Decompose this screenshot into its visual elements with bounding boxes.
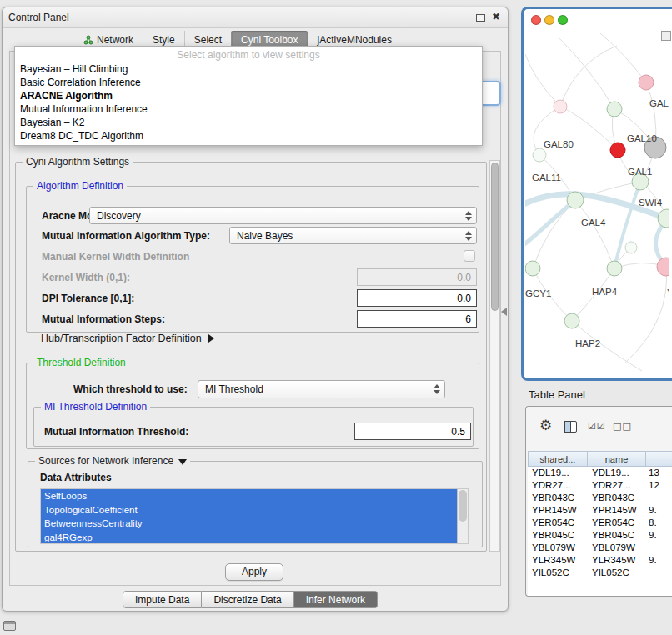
group-title: Cyni Algorithm Settings <box>23 156 133 168</box>
kernel-width-field[interactable]: 0.0 <box>357 268 477 286</box>
node-label: GAL11 <box>532 172 561 182</box>
group-title: MI Threshold Definition <box>41 401 150 412</box>
table-row[interactable]: YLR345WYLR345W9. <box>528 554 672 567</box>
list-item[interactable]: gal4RGexp <box>41 531 457 545</box>
close-icon[interactable]: ✖ <box>492 11 500 22</box>
mi-threshold-definition-group: MI Threshold Definition Mutual Informati… <box>33 407 474 447</box>
network-node-red[interactable] <box>610 142 625 158</box>
tab-discretize-data[interactable]: Discretize Data <box>202 591 293 608</box>
table-row[interactable]: YER054CYER054C8. <box>528 517 672 529</box>
column-header-shared-name[interactable]: shared... <box>528 451 588 467</box>
node-label: GAL <box>649 98 669 108</box>
list-item[interactable]: TopologicalCoefficient <box>41 503 457 518</box>
column-visibility-icon[interactable] <box>564 421 577 432</box>
tab-label: Style <box>153 34 175 46</box>
network-node[interactable] <box>639 75 654 90</box>
node-label: Y <box>667 288 669 298</box>
dpi-tolerance-field[interactable]: 0.0 <box>357 289 477 307</box>
manual-kernel-width-label: Manual Kernel Width Definition <box>42 251 189 262</box>
mi-algorithm-type-value: Naive Bayes <box>237 230 293 242</box>
threshold-definition-group: Threshold Definition Which threshold to … <box>26 362 479 449</box>
column-header-cut[interactable] <box>646 451 672 467</box>
network-node[interactable] <box>657 258 669 276</box>
gear-icon[interactable]: ⚙ <box>539 417 552 433</box>
network-node[interactable] <box>554 100 567 113</box>
menu-item[interactable]: Basic Correlation Inference <box>15 76 482 89</box>
node-label: HAP2 <box>575 338 600 348</box>
which-threshold-select[interactable]: MI Threshold <box>198 380 445 398</box>
column-header-name[interactable]: name <box>588 451 646 467</box>
tab-impute-data[interactable]: Impute Data <box>123 591 202 608</box>
floating-panel-icon[interactable] <box>3 621 16 631</box>
panel-collapse-arrow[interactable] <box>501 308 507 316</box>
data-attributes-label: Data Attributes <box>40 472 112 483</box>
group-title: Threshold Definition <box>33 357 129 368</box>
table-row[interactable]: YPR145WYPR145W9. <box>528 504 672 517</box>
menu-item[interactable]: Bayesian – K2 <box>15 116 482 129</box>
stepper-icon <box>465 231 472 241</box>
network-node[interactable] <box>625 242 637 253</box>
table-header-row: shared... name <box>528 451 672 467</box>
mi-threshold-label: Mutual Information Threshold: <box>44 426 188 438</box>
apply-button[interactable]: Apply <box>225 563 283 581</box>
table-row[interactable]: YBL079WYBL079W <box>528 542 672 554</box>
node-label: HAP4 <box>592 287 618 297</box>
list-scrollbar[interactable] <box>457 489 468 543</box>
minimize-traffic-light[interactable] <box>544 15 554 25</box>
sources-group: Sources for Network Inference Data Attri… <box>28 461 483 548</box>
which-threshold-value: MI Threshold <box>205 383 263 395</box>
network-node-gal4[interactable] <box>567 192 584 208</box>
menu-item[interactable]: Mutual Information Inference <box>15 102 482 116</box>
expand-right-icon <box>208 334 214 342</box>
network-node-swi4[interactable] <box>658 209 669 228</box>
mi-steps-label: Mutual Information Steps: <box>42 313 165 325</box>
list-item[interactable]: SelfLoops <box>41 489 457 503</box>
menu-item[interactable]: Dream8 DC_TDC Algorithm <box>15 129 482 142</box>
network-view-window: GAL GAL80 GAL10 GAL11 GAL1 SWI4 GAL4 GCY… <box>521 7 672 381</box>
close-traffic-light[interactable] <box>531 15 541 25</box>
list-item[interactable]: BetweennessCentrality <box>41 517 457 531</box>
table-panel-title: Table Panel <box>529 388 585 401</box>
control-panel-titlebar[interactable]: Control Panel ✖ <box>3 8 508 28</box>
deselect-all-icon[interactable]: □□ <box>613 421 632 432</box>
table-row[interactable]: YBR043CYBR043C <box>528 492 672 504</box>
node-label: GAL80 <box>544 139 574 149</box>
table-row[interactable]: YDR27...YDR27...12 <box>528 479 672 492</box>
network-node-gcy1[interactable] <box>525 261 540 276</box>
aracne-mode-select[interactable]: Discovery <box>89 207 477 224</box>
manual-kernel-width-checkbox[interactable] <box>464 250 475 262</box>
tab-infer-network[interactable]: Infer Network <box>294 591 378 608</box>
node-label: GAL1 <box>628 167 652 177</box>
select-all-icon[interactable]: ☑☑ <box>588 421 606 432</box>
mi-algorithm-type-select[interactable]: Naive Bayes <box>229 227 477 244</box>
table-row[interactable]: YDL19...YDL19...13 <box>528 467 672 479</box>
cyni-bottom-tabs: Impute Data Discretize Data Infer Networ… <box>123 591 378 608</box>
sources-expander[interactable]: Sources for Network Inference <box>35 455 190 467</box>
tab-label: Cyni Toolbox <box>241 34 298 46</box>
node-label: GAL4 <box>581 218 606 228</box>
network-node[interactable] <box>607 102 622 117</box>
float-window-icon[interactable] <box>476 14 485 22</box>
window-title: Control Panel <box>8 12 69 23</box>
table-row[interactable]: YIL052CYIL052C <box>528 567 672 579</box>
network-node[interactable] <box>533 148 546 162</box>
control-panel-window: Control Panel ✖ Network Style Select Cyn… <box>2 7 509 612</box>
cyni-algorithm-settings-group: Cyni Algorithm Settings Algorithm Defini… <box>15 162 487 552</box>
algorithm-dropdown-popup: Select algorithm to view settings Bayesi… <box>14 46 483 146</box>
network-node-hap2[interactable] <box>564 313 579 328</box>
which-threshold-label: Which threshold to use: <box>73 383 188 395</box>
menu-item-selected[interactable]: ARACNE Algorithm <box>15 89 482 102</box>
network-node-hap4[interactable] <box>607 261 622 276</box>
network-canvas[interactable]: GAL GAL80 GAL10 GAL11 GAL1 SWI4 GAL4 GCY… <box>525 29 669 376</box>
mi-threshold-field[interactable]: 0.5 <box>354 422 471 440</box>
desktop: Control Panel ✖ Network Style Select Cyn… <box>0 0 672 635</box>
hub-tf-expander[interactable]: Hub/Transcription Factor Definition <box>41 332 214 344</box>
settings-scrollbar[interactable] <box>489 160 500 552</box>
tab-label: Network <box>97 34 133 46</box>
maximize-traffic-light[interactable] <box>558 15 568 25</box>
collapse-down-icon <box>178 459 187 465</box>
menu-item[interactable]: Bayesian – Hill Climbing <box>15 62 482 76</box>
hub-tf-label: Hub/Transcription Factor Definition <box>41 332 202 344</box>
mi-steps-field[interactable]: 6 <box>357 310 477 328</box>
table-row[interactable]: YBR045CYBR045C9. <box>528 529 672 542</box>
